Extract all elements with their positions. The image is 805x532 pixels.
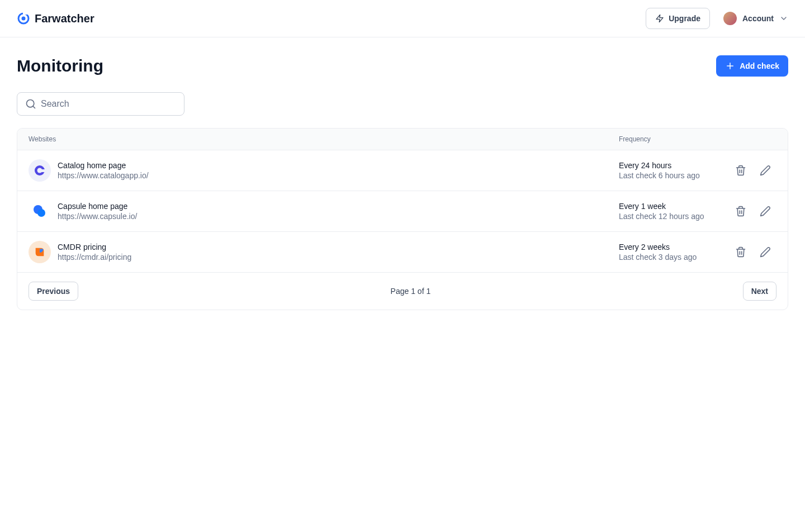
table-body: Catalog home pagehttps://www.catalogapp.… [17,150,788,273]
table-row: CMDR pricinghttps://cmdr.ai/pricingEvery… [17,232,788,273]
page-header: Monitoring Add check [17,55,788,77]
table-row: Catalog home pagehttps://www.catalogapp.… [17,150,788,191]
site-name: CMDR pricing [58,243,131,251]
upgrade-button-label: Upgrade [669,14,700,23]
table-header: Websites Frequency [17,129,788,150]
brand-name: Farwatcher [35,12,94,25]
app-header: Farwatcher Upgrade Account [0,0,805,37]
frequency-value: Every 1 week [619,202,725,211]
trash-icon [735,206,746,217]
last-check: Last check 3 days ago [619,253,725,262]
svg-rect-2 [23,12,29,15]
site-info: CMDR pricinghttps://cmdr.ai/pricing [58,243,131,262]
plus-icon [725,61,735,71]
previous-button[interactable]: Previous [29,282,78,301]
cell-website: Capsule home pagehttps://www.capsule.io/ [29,200,619,222]
search-icon [25,98,36,110]
delete-button[interactable] [730,241,752,263]
brand-logo-icon [17,12,30,25]
site-url: https://cmdr.ai/pricing [58,253,131,262]
svg-line-7 [33,106,35,108]
site-info: Capsule home pagehttps://www.capsule.io/ [58,202,137,221]
cell-website: CMDR pricinghttps://cmdr.ai/pricing [29,241,619,263]
edit-button[interactable] [754,241,776,263]
monitoring-table: Websites Frequency Catalog home pagehttp… [17,128,788,310]
cell-actions [725,159,776,182]
edit-button[interactable] [754,159,776,182]
pagination: Previous Page 1 of 1 Next [17,273,788,310]
brand-logo[interactable]: Farwatcher [17,12,94,25]
svg-point-1 [22,17,26,21]
delete-button[interactable] [730,159,752,182]
pencil-icon [760,165,771,176]
lightning-icon [655,14,664,23]
next-button[interactable]: Next [743,282,776,301]
cell-frequency: Every 2 weeksLast check 3 days ago [619,243,725,262]
cell-frequency: Every 1 weekLast check 12 hours ago [619,202,725,221]
page-title: Monitoring [17,56,103,75]
last-check: Last check 12 hours ago [619,212,725,221]
pencil-icon [760,206,771,217]
search-input[interactable] [41,99,176,109]
column-header-frequency: Frequency [619,135,725,143]
add-check-button-label: Add check [740,61,779,70]
cell-actions [725,200,776,222]
cell-website: Catalog home pagehttps://www.catalogapp.… [29,159,619,182]
upgrade-button[interactable]: Upgrade [646,8,710,29]
search-wrapper [17,92,788,116]
table-row: Capsule home pagehttps://www.capsule.io/… [17,191,788,232]
search-box[interactable] [17,92,184,116]
site-info: Catalog home pagehttps://www.catalogapp.… [58,161,149,180]
last-check: Last check 6 hours ago [619,171,725,180]
frequency-value: Every 2 weeks [619,243,725,251]
svg-point-12 [37,209,45,217]
trash-icon [735,165,746,176]
main-content: Monitoring Add check Websites [0,37,805,328]
site-name: Catalog home page [58,161,149,170]
chevron-down-icon [779,14,788,23]
column-header-actions [725,135,776,143]
site-url: https://www.catalogapp.io/ [58,171,149,180]
column-header-websites: Websites [29,135,619,143]
add-check-button[interactable]: Add check [716,55,788,77]
trash-icon [735,246,746,258]
cell-frequency: Every 24 hoursLast check 6 hours ago [619,161,725,180]
account-label: Account [742,14,774,23]
frequency-value: Every 24 hours [619,161,725,170]
page-info: Page 1 of 1 [391,287,431,296]
site-name: Capsule home page [58,202,137,211]
site-url: https://www.capsule.io/ [58,212,137,221]
edit-button[interactable] [754,200,776,222]
account-dropdown[interactable]: Account [723,12,788,25]
svg-rect-10 [40,169,45,172]
header-actions: Upgrade Account [646,8,788,29]
pencil-icon [760,246,771,258]
cell-actions [725,241,776,263]
avatar [723,12,737,25]
svg-marker-3 [656,15,663,22]
delete-button[interactable] [730,200,752,222]
